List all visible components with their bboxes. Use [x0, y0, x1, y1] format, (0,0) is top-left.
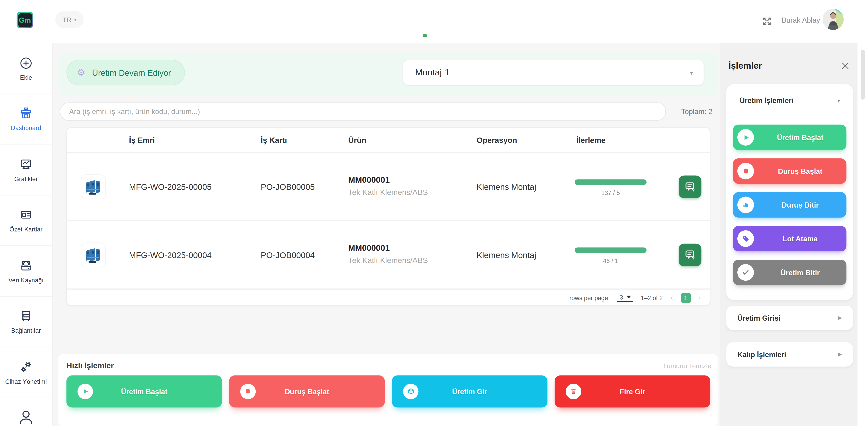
sidebar-item-label: Ekle	[20, 74, 32, 81]
panel-durus-bitir-button[interactable]: Duruş Bitir	[733, 192, 846, 218]
table-header: İş Emri İş Kartı Ürün Operasyon İlerleme	[67, 128, 710, 153]
sidebar-item-label: Veri Kaynağı	[8, 277, 43, 283]
job-card-no: PO-JOB00005	[261, 182, 315, 191]
sidebar-item-ozet-kartlar[interactable]: Özet Kartlar	[0, 195, 52, 246]
station-select[interactable]: Montaj-1 ▼	[402, 60, 704, 85]
operation-name: Klemens Montaj	[476, 182, 536, 191]
thumbs-up-icon	[737, 196, 754, 213]
trash-icon	[566, 384, 581, 399]
sidebar-item-dashboard[interactable]: Dashboard	[0, 94, 52, 145]
chevron-down-icon: ▾	[74, 17, 76, 22]
play-icon	[737, 129, 754, 146]
plus-circle-icon	[19, 56, 33, 70]
quick-durus-baslat-button[interactable]: Duruş Başlat	[229, 375, 385, 408]
production-operations-card: Üretim İşlemleri ▼ Üretim Başlat	[726, 84, 853, 300]
rows-per-page-label: rows per page:	[569, 294, 610, 301]
top-navbar: Gm TR ▾ Burak Ablay	[0, 0, 868, 43]
table-row[interactable]: MFG-WO-2025-00005 PO-JOB00005 MM000001 T…	[67, 153, 710, 221]
sidebar-item-label: Dashboard	[11, 125, 41, 131]
status-text: Üretim Devam Ediyor	[92, 68, 171, 77]
production-status-bar: ⚙ Üretim Devam Ediyor Montaj-1 ▼	[58, 53, 718, 95]
product-cell: MM000001 Tek Katlı Klemens/ABS	[348, 243, 428, 265]
table-row[interactable]: MFG-WO-2025-00004 PO-JOB00004 MM000001 T…	[67, 221, 710, 289]
chevron-down-icon	[626, 296, 631, 298]
package-icon	[403, 384, 418, 399]
language-selector[interactable]: TR ▾	[56, 11, 84, 28]
quick-uretim-gir-button[interactable]: Üretim Gir	[392, 375, 548, 408]
sidebar-item-label: Cihaz Yönetimi	[5, 378, 47, 385]
check-icon	[737, 264, 754, 281]
brand-logo[interactable]: Gm	[17, 12, 33, 28]
scrollbar-track[interactable]	[857, 43, 868, 426]
current-page-button[interactable]: 1	[681, 293, 691, 303]
clear-all-link[interactable]: Tümünü Temizle	[663, 362, 711, 370]
main-content: ⚙ Üretim Devam Ediyor Montaj-1 ▼ Toplam:…	[53, 43, 720, 426]
chevron-down-icon: ▼	[836, 98, 841, 103]
brand-logo-text: Gm	[18, 13, 32, 27]
gears-icon	[19, 360, 33, 374]
next-page-button[interactable]: ›	[699, 294, 701, 302]
col-ilerleme: İlerleme	[576, 135, 606, 145]
close-icon[interactable]	[840, 61, 850, 71]
monitor-chart-icon	[19, 157, 33, 172]
progress: 46 / 1	[575, 247, 647, 264]
work-order-no: MFG-WO-2025-00004	[129, 250, 212, 260]
operations-panel: İşlemler Üretim İşlemleri ▼ Üretim Başla…	[720, 43, 857, 426]
server-icon	[19, 309, 33, 324]
search-input[interactable]	[60, 102, 666, 121]
svg-text:?: ?	[692, 256, 694, 261]
row-report-button[interactable]: ?	[679, 244, 701, 266]
hand-icon	[737, 163, 754, 179]
quick-fire-gir-button[interactable]: Fire Gir	[555, 375, 710, 408]
progress-label: 137 / 5	[575, 189, 647, 196]
fullscreen-icon[interactable]	[762, 16, 772, 26]
product-thumbnail	[81, 175, 106, 199]
col-operasyon: Operasyon	[476, 135, 517, 145]
user-avatar[interactable]	[823, 9, 844, 30]
panel-uretim-bitir-button[interactable]: Üretim Bitir	[733, 260, 846, 285]
operation-name: Klemens Montaj	[476, 250, 536, 260]
chevron-right-icon: ▶	[838, 352, 842, 357]
sidebar-item-cihaz-yonetimi[interactable]: Cihaz Yönetimi	[0, 347, 52, 398]
sidebar-nav: Ekle Dashboard Grafikler	[0, 43, 53, 426]
chevron-right-icon: ▶	[838, 315, 842, 321]
drive-cloud-icon	[19, 258, 33, 273]
sidebar-item-grafikler[interactable]: Grafikler	[0, 145, 52, 195]
tag-icon	[737, 230, 754, 247]
product-desc: Tek Katlı Klemens/ABS	[348, 188, 428, 196]
product-code: MM000001	[348, 175, 428, 184]
rows-per-page-select[interactable]: 3	[617, 294, 633, 302]
accordion-uretim-islemleri[interactable]: Üretim İşlemleri	[740, 96, 794, 104]
accordion-kalip-islemleri[interactable]: Kalıp İşlemleri ▶	[726, 342, 853, 366]
product-cell: MM000001 Tek Katlı Klemens/ABS	[348, 175, 428, 196]
progress-bar	[575, 247, 647, 253]
app: Gm TR ▾ Burak Ablay	[0, 0, 868, 426]
person-icon	[18, 404, 34, 426]
station-select-value: Montaj-1	[415, 67, 450, 78]
chevron-down-icon: ▼	[689, 69, 694, 75]
row-report-button[interactable]: ?	[679, 176, 701, 198]
status-badge: ⚙ Üretim Devam Ediyor	[66, 60, 185, 85]
search-row: Toplam: 2	[60, 102, 712, 121]
summary-card-icon	[19, 208, 33, 222]
language-value: TR	[63, 16, 71, 24]
accordion-uretim-girisi[interactable]: Üretim Girişi ▶	[726, 306, 853, 330]
col-is-emri: İş Emri	[129, 135, 155, 145]
work-order-no: MFG-WO-2025-00005	[129, 182, 212, 191]
product-desc: Tek Katlı Klemens/ABS	[348, 256, 428, 265]
progress-label: 46 / 1	[575, 257, 647, 264]
panel-durus-baslat-button[interactable]: Duruş Başlat	[733, 158, 846, 184]
sidebar-item-baglantilar[interactable]: Bağlantılar	[0, 297, 52, 347]
scrollbar-thumb[interactable]	[861, 50, 865, 100]
sidebar-item-veri-kaynagi[interactable]: Veri Kaynağı	[0, 246, 52, 297]
sidebar-item-ekle[interactable]: Ekle	[0, 43, 52, 94]
play-icon	[78, 384, 93, 399]
panel-uretim-baslat-button[interactable]: Üretim Başlat	[733, 124, 846, 150]
quick-uretim-baslat-button[interactable]: Üretim Başlat	[66, 375, 222, 408]
pagination-range: 1–2 of 2	[641, 294, 663, 301]
panel-title: İşlemler	[728, 61, 762, 71]
sidebar-item-profile[interactable]	[0, 398, 52, 426]
panel-lot-atama-button[interactable]: Lot Atama	[733, 226, 846, 251]
prev-page-button[interactable]: ‹	[671, 294, 673, 302]
product-code: MM000001	[348, 243, 428, 252]
